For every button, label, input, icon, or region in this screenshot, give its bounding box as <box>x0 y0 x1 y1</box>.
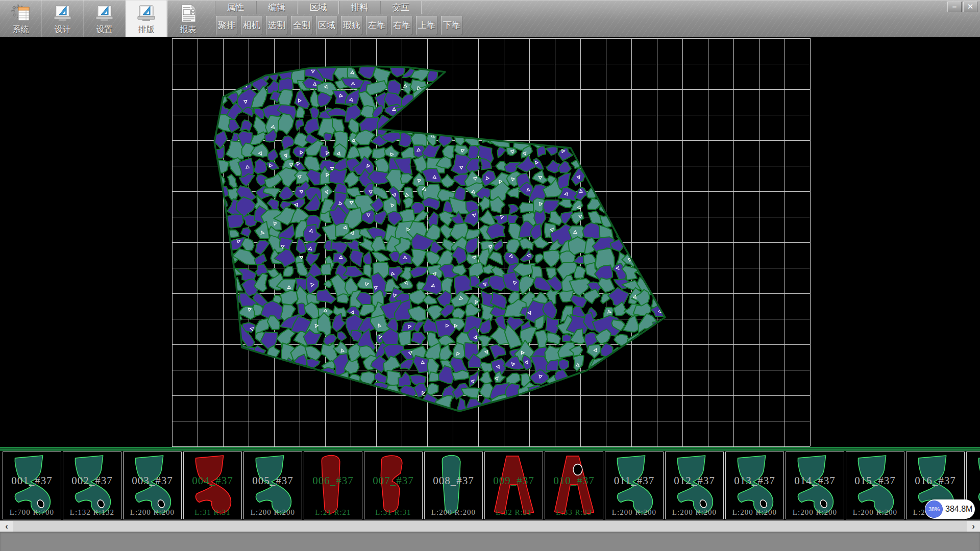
piece-counts-label: L:200 R:200 <box>846 508 904 517</box>
tool-bar: 聚排相机选割全割区域瑕疵左靠右靠上靠下靠 <box>215 16 466 35</box>
piece-id-label: 007_#37 <box>364 474 422 487</box>
progress-circle: 38% <box>925 500 943 518</box>
horizontal-scrollbar[interactable]: ‹ › <box>0 520 980 532</box>
tool-button-align-bottom[interactable]: 下靠 <box>441 16 462 35</box>
bottom-strip <box>0 532 980 551</box>
minimize-button[interactable]: – <box>947 2 962 12</box>
piece-counts-label: L:31 R:31 <box>184 508 241 517</box>
piece-list: 001_#37L:700 R:700002_#37L:132 R:132003_… <box>0 452 980 520</box>
design-icon <box>53 2 73 25</box>
piece-id-label: 005_#37 <box>244 474 302 487</box>
piece-counts-label: L:200 R:200 <box>605 508 663 517</box>
piece-counts-label: L:200 R:200 <box>726 508 783 517</box>
settings-icon <box>94 2 115 25</box>
piece-thumbnail[interactable]: 009_#37L:32 R:31 <box>484 452 543 519</box>
report-icon <box>178 2 199 25</box>
piece-counts-label: L:21 R:21 <box>304 508 362 517</box>
piece-counts-label: L:200 R:200 <box>666 508 723 517</box>
tab-system[interactable]: 系统 <box>0 0 42 37</box>
system-icon <box>11 2 31 25</box>
piece-thumbnail[interactable]: 011_#37L:200 R:200 <box>605 452 664 519</box>
tool-button-region[interactable]: 区域 <box>316 16 337 35</box>
piece-thumbnail[interactable]: 014_#37L:200 R:200 <box>786 452 844 519</box>
tab-label: 系统 <box>13 25 29 34</box>
piece-counts-label: L:200 R:200 <box>786 508 844 517</box>
piece-id-label: 014_#37 <box>786 474 844 487</box>
piece-thumbnail[interactable]: 001_#37L:700 R:700 <box>3 452 61 519</box>
app-window: 系统设计设置排版报表 属性编辑区域排料交互 聚排相机选割全割区域瑕疵左靠右靠上靠… <box>0 0 980 551</box>
piece-thumbnail[interactable]: 013_#37L:200 R:200 <box>725 452 784 519</box>
main-toolbar: 系统设计设置排版报表 属性编辑区域排料交互 聚排相机选割全割区域瑕疵左靠右靠上靠… <box>0 0 980 37</box>
piece-counts-label: L:33 R:33 <box>545 508 603 517</box>
piece-counts-label: L:32 R:31 <box>485 508 543 517</box>
piece-thumbnail[interactable]: 008_#37L:200 R:200 <box>424 452 483 519</box>
tab-label: 报表 <box>180 25 197 34</box>
piece-id-label: 012_#37 <box>666 474 723 487</box>
window-controls: – ✕ <box>946 2 977 12</box>
piece-counts-label: L:700 R:700 <box>3 508 61 517</box>
layout-icon <box>136 2 157 25</box>
piece-id-label: 009_#37 <box>485 474 543 487</box>
tool-button-cluster-nest[interactable]: 聚排 <box>216 16 237 35</box>
tool-button-align-right[interactable]: 右靠 <box>391 16 412 35</box>
piece-thumbnail[interactable]: 004_#37L:31 R:31 <box>183 452 242 519</box>
menu-item-nesting[interactable]: 排料 <box>339 1 380 14</box>
separator-lines <box>0 447 980 452</box>
memory-value: 384.8M <box>945 499 971 519</box>
nesting-drawing <box>0 37 980 447</box>
menu-area: 属性编辑区域排料交互 聚排相机选割全割区域瑕疵左靠右靠上靠下靠 <box>215 0 466 35</box>
menu-item-interact[interactable]: 交互 <box>380 1 422 14</box>
tool-button-align-top[interactable]: 上靠 <box>416 16 437 35</box>
tool-button-cut-all[interactable]: 全割 <box>291 16 312 35</box>
piece-id-label: 008_#37 <box>425 474 482 487</box>
menu-bar: 属性编辑区域排料交互 <box>215 1 466 14</box>
piece-id-label: 010_#37 <box>545 474 603 487</box>
tool-button-camera[interactable]: 相机 <box>241 16 262 35</box>
piece-thumbnail[interactable]: 002_#37L:132 R:132 <box>63 452 121 519</box>
piece-id-label: 0 <box>967 474 980 487</box>
memory-badge: 38%384.8M <box>925 499 975 519</box>
scroll-right-button[interactable]: › <box>967 521 980 532</box>
piece-counts-label: L:132 R:132 <box>63 508 121 517</box>
piece-thumbnail[interactable]: 005_#37L:200 R:200 <box>243 452 302 519</box>
main-tabs: 系统设计设置排版报表 <box>0 0 209 37</box>
piece-thumbnail[interactable]: 010_#37L:33 R:33 <box>545 452 603 519</box>
tool-button-select-cut[interactable]: 选割 <box>266 16 287 35</box>
close-button[interactable]: ✕ <box>963 2 977 12</box>
piece-id-label: 006_#37 <box>304 474 362 487</box>
tab-label: 设计 <box>55 25 71 34</box>
piece-id-label: 016_#37 <box>906 474 964 487</box>
piece-id-label: 004_#37 <box>184 474 241 487</box>
piece-counts-label: L:31 R:31 <box>364 508 422 517</box>
scroll-left-button[interactable]: ‹ <box>0 521 13 532</box>
tab-label: 排版 <box>138 25 155 34</box>
piece-thumbnail[interactable]: 015_#37L:200 R:200 <box>846 452 904 519</box>
piece-id-label: 001_#37 <box>3 474 61 487</box>
piece-id-label: 003_#37 <box>124 474 181 487</box>
piece-thumbnail[interactable]: 006_#37L:21 R:21 <box>304 452 362 519</box>
piece-id-label: 011_#37 <box>605 474 663 487</box>
tab-report[interactable]: 报表 <box>167 0 209 37</box>
tool-button-defect[interactable]: 瑕疵 <box>341 16 362 35</box>
piece-id-label: 013_#37 <box>726 474 783 487</box>
tool-button-align-left[interactable]: 左靠 <box>366 16 387 35</box>
piece-thumbnail[interactable]: 003_#37L:200 R:200 <box>123 452 182 519</box>
piece-counts-label: L:200 R:200 <box>244 508 302 517</box>
piece-id-label: 015_#37 <box>846 474 904 487</box>
menu-item-edit[interactable]: 编辑 <box>256 1 298 14</box>
piece-counts-label: L:200 R:200 <box>425 508 482 517</box>
tab-settings[interactable]: 设置 <box>84 0 126 37</box>
menu-item-properties[interactable]: 属性 <box>215 1 256 14</box>
piece-thumbnail[interactable]: 012_#37L:200 R:200 <box>665 452 724 519</box>
piece-counts-label: L:200 R:200 <box>124 508 181 517</box>
nesting-canvas[interactable] <box>0 37 980 447</box>
tab-design[interactable]: 设计 <box>42 0 84 37</box>
menu-item-region[interactable]: 区域 <box>298 1 339 14</box>
piece-thumbnail[interactable]: 007_#37L:31 R:31 <box>364 452 423 519</box>
tab-label: 设置 <box>96 25 113 34</box>
piece-id-label: 002_#37 <box>63 474 121 487</box>
tab-layout[interactable]: 排版 <box>126 0 167 37</box>
